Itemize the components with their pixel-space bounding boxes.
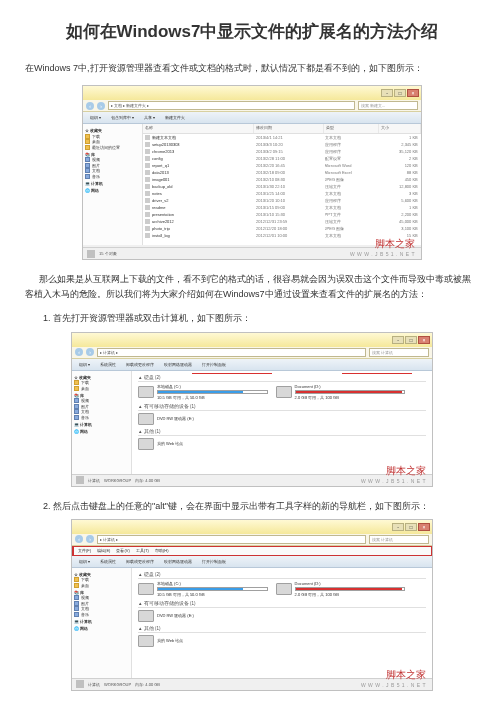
sidebar-item[interactable]: 视频 [85, 157, 140, 162]
sidebar-item[interactable]: 图片 [74, 601, 129, 606]
sidebar-item[interactable]: 文档 [85, 168, 140, 173]
organize-button[interactable]: 组织 ▾ [87, 114, 104, 121]
drive-d[interactable]: Document (D:) 2.0 GB 可用，共 100 GB [276, 384, 406, 400]
back-button[interactable]: ‹ [86, 102, 94, 110]
controlpanel-button[interactable]: 打开控制面板 [199, 361, 229, 368]
uninstall-button[interactable]: 卸载或更改程序 [123, 558, 157, 565]
sidebar-item[interactable]: 最近访问的位置 [85, 145, 140, 150]
minimize-button[interactable]: - [392, 523, 404, 531]
address-bar[interactable]: ▸ 计算机 ▸ [97, 348, 366, 357]
back-button[interactable]: ‹ [75, 348, 83, 356]
col-name[interactable]: 名称 [143, 124, 254, 133]
file-name: backup_old [152, 184, 256, 189]
col-date[interactable]: 修改日期 [254, 124, 324, 133]
sysprop-button[interactable]: 系统属性 [97, 361, 119, 368]
mapdrive-button[interactable]: 映射网络驱动器 [161, 558, 195, 565]
address-bar[interactable]: ▸ 计算机 ▸ [97, 535, 366, 544]
drive-dvd[interactable]: DVD RW 驱动器 (E:) [138, 413, 268, 425]
share-button[interactable]: 共享 ▾ [141, 114, 158, 121]
sidebar-item[interactable]: 音乐 [74, 612, 129, 617]
sidebar-favorites[interactable]: ☆ 收藏夹 [74, 572, 129, 577]
sidebar-item[interactable]: 桌面 [74, 386, 129, 391]
close-button[interactable]: × [418, 336, 430, 344]
search-input[interactable]: 搜索 计算机 [369, 348, 429, 357]
sidebar-item[interactable]: 桌面 [85, 139, 140, 144]
sidebar-computer[interactable]: 💻 计算机 [85, 181, 140, 186]
organize-button[interactable]: 组织 ▾ [76, 558, 93, 565]
menu-edit[interactable]: 编辑(E) [97, 548, 110, 553]
uninstall-button[interactable]: 卸载或更改程序 [123, 361, 157, 368]
sidebar-item[interactable]: 视频 [74, 398, 129, 403]
drive-other[interactable]: 我的 Web 站点 [138, 438, 268, 450]
sidebar-item[interactable]: 音乐 [85, 174, 140, 179]
drive-d[interactable]: Document (D:) 2.0 GB 可用，共 100 GB [276, 581, 406, 597]
file-row[interactable]: chrome2013 2013/3/2 09:15 应用程序 35,120 KB [143, 148, 421, 155]
sidebar-network[interactable]: 🌐 网络 [74, 429, 129, 434]
file-row[interactable]: backup_old 2013/1/30 22:10 压缩文件 12,800 K… [143, 183, 421, 190]
sidebar-computer[interactable]: 💻 计算机 [74, 619, 129, 624]
file-row[interactable]: 新建文本文档 2013/4/1 14:21 文本文档 1 KB [143, 134, 421, 141]
controlpanel-button[interactable]: 打开控制面板 [199, 558, 229, 565]
minimize-button[interactable]: - [381, 89, 393, 97]
minimize-button[interactable]: - [392, 336, 404, 344]
organize-button[interactable]: 组织 ▾ [76, 361, 93, 368]
sidebar-favorites[interactable]: ☆ 收藏夹 [85, 128, 140, 133]
search-input[interactable]: 搜索 新建文... [358, 101, 418, 110]
mapdrive-button[interactable]: 映射网络驱动器 [161, 361, 195, 368]
forward-button[interactable]: › [86, 535, 94, 543]
search-input[interactable]: 搜索 计算机 [369, 535, 429, 544]
sidebar-item[interactable]: 文档 [74, 606, 129, 611]
sidebar-libraries[interactable]: 📚 库 [85, 152, 140, 157]
file-row[interactable]: notes 2013/1/25 14:00 文本文档 3 KB [143, 190, 421, 197]
close-button[interactable]: × [407, 89, 419, 97]
file-row[interactable]: data2013 2013/2/18 09:00 Microsoft Excel… [143, 169, 421, 176]
col-size[interactable]: 大小 [379, 124, 421, 133]
file-row[interactable]: photo_trip 2012/12/20 18:00 JPEG 图像 3,10… [143, 225, 421, 232]
column-headers[interactable]: 名称 修改日期 类型 大小 [143, 124, 421, 134]
sidebar-item[interactable]: 视频 [74, 595, 129, 600]
sysprop-button[interactable]: 系统属性 [97, 558, 119, 565]
forward-button[interactable]: › [86, 348, 94, 356]
sidebar-libraries[interactable]: 📚 库 [74, 393, 129, 398]
sidebar-computer[interactable]: 💻 计算机 [74, 422, 129, 427]
sidebar-network[interactable]: 🌐 网络 [85, 188, 140, 193]
address-bar[interactable]: ▸ 文档 ▸ 新建文件夹 ▸ [108, 101, 355, 110]
file-row[interactable]: driver_v2 2013/1/20 10:10 应用程序 5,600 KB [143, 197, 421, 204]
drive-other[interactable]: 我的 Web 站点 [138, 635, 268, 647]
file-row[interactable]: archive2012 2012/12/31 23:59 压缩文件 45,000… [143, 218, 421, 225]
file-row[interactable]: report_q1 2013/2/20 16:45 Microsoft Word… [143, 162, 421, 169]
maximize-button[interactable]: □ [405, 336, 417, 344]
file-row[interactable]: presentation 2013/1/10 15:30 PPT 文件 2,20… [143, 211, 421, 218]
file-type: Microsoft Excel [325, 170, 380, 175]
menu-tools[interactable]: 工具(T) [136, 548, 149, 553]
col-type[interactable]: 类型 [324, 124, 380, 133]
file-row[interactable]: readme 2013/1/15 09:00 文本文档 1 KB [143, 204, 421, 211]
sidebar-item[interactable]: 文档 [74, 409, 129, 414]
forward-button[interactable]: › [97, 102, 105, 110]
maximize-button[interactable]: □ [394, 89, 406, 97]
drive-c[interactable]: 本地磁盘 (C:) 10.5 GB 可用，共 50.0 GB [138, 581, 268, 597]
back-button[interactable]: ‹ [75, 535, 83, 543]
menu-help[interactable]: 帮助(H) [155, 548, 169, 553]
close-button[interactable]: × [418, 523, 430, 531]
file-row[interactable]: image001 2013/2/10 08:30 JPEG 图像 450 KB [143, 176, 421, 183]
maximize-button[interactable]: □ [405, 523, 417, 531]
sidebar-favorites[interactable]: ☆ 收藏夹 [74, 375, 129, 380]
include-library-button[interactable]: 包含到库中 ▾ [108, 114, 137, 121]
sidebar-item[interactable]: 图片 [85, 163, 140, 168]
menu-file[interactable]: 文件(F) [78, 548, 91, 553]
sidebar-item[interactable]: 图片 [74, 404, 129, 409]
sidebar-item[interactable]: 桌面 [74, 583, 129, 588]
sidebar-item[interactable]: 音乐 [74, 415, 129, 420]
drive-dvd[interactable]: DVD RW 驱动器 (E:) [138, 610, 268, 622]
file-row[interactable]: setup20130303 2013/3/3 10:20 应用程序 2,345 … [143, 141, 421, 148]
menu-view[interactable]: 查看(V) [116, 548, 129, 553]
sidebar-item[interactable]: 下载 [74, 577, 129, 582]
file-row[interactable]: config 2013/2/28 11:00 配置设置 2 KB [143, 155, 421, 162]
sidebar-item[interactable]: 下载 [74, 380, 129, 385]
drive-c[interactable]: 本地磁盘 (C:) 10.5 GB 可用，共 50.0 GB [138, 384, 268, 400]
new-folder-button[interactable]: 新建文件夹 [162, 114, 188, 121]
sidebar-libraries[interactable]: 📚 库 [74, 590, 129, 595]
sidebar-item[interactable]: 下载 [85, 134, 140, 139]
sidebar-network[interactable]: 🌐 网络 [74, 626, 129, 631]
